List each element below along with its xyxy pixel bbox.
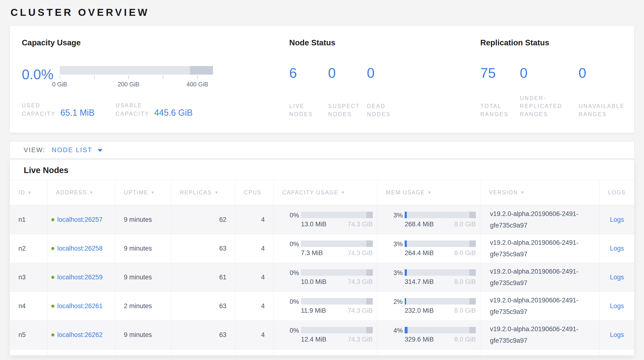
capacity-usage-used-value: 11.9 MiB [301,307,326,314]
axis-tick-label: 400 GiB [178,81,216,88]
mem-usage-bar-fill [405,269,407,276]
used-capacity-label: USED CAPACITY [22,101,56,118]
address-link[interactable]: localhost:26261 [57,302,102,310]
axis-tick [163,76,164,79]
suspect-nodes-stat: 0 SUSPECT NODES [328,66,367,118]
replicas-cell: 63 [171,321,235,349]
mem-usage-meter: 3%268.4 MiB8.0 GiB [377,206,480,234]
node-id-cell: n3 [10,263,48,292]
mem-usage-total-value: 8.0 GiB [454,307,476,314]
live-nodes-card: Live Nodes ID▼ADDRESS▼UPTIME▼REPLICAS▼CP… [10,159,634,356]
sort-descending-icon: ▼ [341,190,346,195]
version-cell: v19.2.0-alpha.20190606-2491-gfe735c9a97 [480,292,600,321]
replicas-cell: 61 [171,263,235,292]
mem-usage-bar [405,327,476,333]
mem-usage-bar [405,212,476,218]
capacity-usage-title: Capacity Usage [22,38,289,47]
sort-descending-icon: ▼ [89,190,94,195]
address-link[interactable]: localhost:26262 [57,331,102,338]
table-row-n3: n3localhost:262599 minutes6140%10.0 MiB7… [10,263,634,292]
mem-usage-bar-fill [405,212,407,218]
capacity-bar [60,66,213,75]
replication-status-section: Replication Status 75 TOTAL RANGES 0 UND… [480,38,624,133]
used-capacity-stat: USED CAPACITY 65.1 MiB [22,101,94,118]
column-header-replicas[interactable]: REPLICAS▼ [171,180,235,206]
sort-descending-icon: ▼ [428,190,432,195]
mem-usage-bar [405,269,476,276]
cpus-cell: 4 [235,206,274,234]
mem-usage-bar-fill [405,327,408,333]
view-bar: VIEW: NODE LIST [10,141,634,159]
address-link[interactable]: localhost:26258 [57,245,102,252]
cpus-cell: 4 [235,292,274,321]
capacity-usage-bar [301,269,373,276]
address-cell: localhost:26258 [48,234,115,263]
address-cell: localhost:26259 [48,263,115,292]
column-header-cpus: CPUS [235,180,274,206]
view-dropdown[interactable]: NODE LIST [52,146,102,154]
capacity-usage-used-value: 10.0 MiB [301,278,326,286]
logs-link[interactable]: Logs [610,274,624,281]
mem-usage-meter: 4%329.6 MiB8.0 GiB [377,321,480,349]
unavailable-ranges-count: 0 [578,66,624,80]
column-header-address[interactable]: ADDRESS▼ [48,180,115,206]
column-header-mem-usage[interactable]: MEM USAGE▼ [377,180,480,206]
logs-link[interactable]: Logs [610,302,624,310]
version-cell: v19.2.0-alpha.20190606-2491-gfe735c9a97 [480,234,600,263]
node-id-cell: n5 [10,321,48,349]
capacity-usage-percent: 0% [274,298,299,305]
mem-usage-used-value: 329.6 MiB [405,336,434,343]
mem-usage-meter: 3%314.7 MiB8.0 GiB [377,263,480,292]
address-cell: localhost:26261 [48,292,115,321]
capacity-usage-meter: 0%7.3 MiB74.3 GiB [274,234,377,263]
capacity-percent: 0.0% [22,66,60,81]
under-replicated-ranges-stat: 0 UNDER- REPLICATED RANGES [520,66,578,118]
table-row-partial [10,349,634,356]
view-selected-value[interactable]: NODE LIST [52,146,92,154]
node-status-section: Node Status 6 LIVE NODES 0 SUSPECT NODES [289,38,480,133]
mem-usage-percent: 3% [377,269,403,277]
logs-cell: Logs [600,234,634,263]
mem-usage-meter: 2%232.0 MiB8.0 GiB [377,292,480,321]
used-capacity-value: 65.1 MiB [60,108,94,118]
column-header-capacity-usage[interactable]: CAPACITY USAGE▼ [274,180,377,206]
address-link[interactable]: localhost:26257 [57,216,102,223]
suspect-nodes-count: 0 [328,66,367,80]
uptime-cell: 2 minutes [115,292,171,321]
mem-usage-total-value: 8.0 GiB [454,336,476,343]
capacity-usage-used-value: 7.3 MiB [301,249,323,257]
table-row-n4: n4localhost:262612 minutes6340%11.9 MiB7… [10,292,634,321]
column-header-uptime[interactable]: UPTIME▼ [115,180,171,206]
logs-cell: Logs [600,206,634,234]
usable-capacity-label: USABLE CAPACITY [116,101,149,118]
dead-nodes-label: DEAD NODES [367,102,406,118]
mem-usage-bar [405,241,476,247]
mem-usage-percent: 4% [377,327,403,334]
logs-link[interactable]: Logs [610,331,624,339]
sort-descending-icon: ▼ [28,190,32,195]
logs-link[interactable]: Logs [610,245,624,252]
capacity-usage-percent: 0% [274,269,299,277]
unavailable-ranges-stat: 0 UNAVAILABLE RANGES [578,66,624,118]
table-row-n2: n2localhost:262589 minutes6340%7.3 MiB74… [10,234,634,263]
address-link[interactable]: localhost:26259 [57,274,102,281]
replicas-cell: 63 [171,234,235,263]
live-nodes-stat: 6 LIVE NODES [289,66,328,118]
capacity-usage-total-value: 74.3 GiB [348,221,373,228]
column-header-version[interactable]: VERSION▼ [480,180,600,206]
column-header-id[interactable]: ID▼ [10,180,48,206]
capacity-axis: 0 GiB 200 GiB 400 GiB [60,75,213,90]
mem-usage-total-value: 8.0 GiB [454,278,476,286]
capacity-usage-meter: 0%11.9 MiB74.3 GiB [274,292,377,321]
live-status-dot-icon [51,305,54,308]
uptime-cell: 9 minutes [115,321,171,349]
live-nodes-title: Live Nodes [24,165,634,175]
table-row-n1: n1localhost:262579 minutes6240%13.0 MiB7… [10,206,634,234]
logs-link[interactable]: Logs [610,216,624,224]
capacity-bar-chart: 0 GiB 200 GiB 400 GiB [60,66,213,90]
uptime-cell: 9 minutes [115,263,171,292]
cpus-cell: 4 [235,234,274,263]
address-cell: localhost:26262 [48,321,115,349]
capacity-usage-percent: 0% [274,212,299,219]
version-cell: v19.2.0-alpha.20190606-2491-gfe735c9a97 [480,206,600,234]
